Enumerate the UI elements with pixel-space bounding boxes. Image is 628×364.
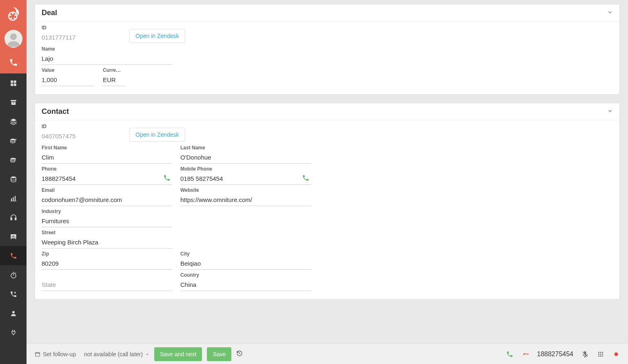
- nav-database[interactable]: [0, 169, 27, 189]
- svg-rect-13: [13, 102, 14, 103]
- svg-rect-8: [11, 80, 13, 83]
- dialpad-button[interactable]: [597, 351, 604, 358]
- city-input[interactable]: [180, 257, 311, 270]
- svg-point-36: [600, 355, 601, 357]
- nav-coins-in[interactable]: [0, 131, 27, 150]
- svg-point-1: [12, 13, 13, 14]
- history-icon: [236, 350, 243, 357]
- stopwatch-icon: [10, 271, 17, 279]
- bar-chart-icon: [10, 195, 17, 202]
- contact-open-zendesk-button[interactable]: Open in Zendesk: [129, 128, 185, 142]
- deal-currency-label: Curre…: [103, 67, 126, 73]
- footer-bar: Set follow-up not available (call later)…: [27, 344, 628, 364]
- svg-point-16: [11, 176, 16, 178]
- nav-user[interactable]: [0, 304, 27, 323]
- last-name-input[interactable]: [180, 151, 311, 164]
- last-name-label: Last Name: [180, 145, 311, 151]
- nav-stats[interactable]: [0, 189, 27, 208]
- status-dropdown[interactable]: not available (call later): [84, 351, 149, 357]
- deal-name-input[interactable]: [42, 53, 172, 65]
- call-number: 1888275454: [537, 351, 573, 358]
- answer-call-button[interactable]: [506, 351, 513, 358]
- nav-archive[interactable]: [0, 93, 27, 112]
- call-phone-button[interactable]: [163, 174, 171, 183]
- svg-point-2: [14, 14, 16, 16]
- svg-rect-9: [13, 80, 16, 83]
- nav-layers[interactable]: [0, 112, 27, 131]
- nav-headset[interactable]: [0, 208, 27, 227]
- first-name-input[interactable]: [42, 151, 172, 164]
- svg-rect-20: [11, 218, 12, 220]
- industry-input[interactable]: [42, 215, 172, 227]
- svg-point-3: [13, 17, 15, 19]
- nav-coins-out[interactable]: [0, 150, 27, 169]
- country-label: Country: [180, 272, 311, 278]
- first-name-label: First Name: [42, 145, 172, 151]
- mic-off-icon: [581, 351, 589, 358]
- phone-icon: [9, 58, 18, 67]
- call-controls: 1888275454: [506, 351, 620, 358]
- svg-point-37: [602, 355, 603, 357]
- contact-panel-title: Contact: [42, 107, 69, 116]
- mute-button[interactable]: [581, 351, 589, 358]
- street-label: Street: [42, 230, 172, 235]
- svg-rect-23: [12, 236, 13, 237]
- zip-input[interactable]: [42, 257, 172, 270]
- deal-panel-header[interactable]: Deal: [35, 4, 619, 22]
- deal-id-label: ID: [42, 25, 121, 31]
- contact-id-label: ID: [42, 124, 121, 129]
- user-avatar[interactable]: [4, 30, 22, 48]
- deal-currency-input[interactable]: [103, 74, 126, 86]
- svg-point-38: [615, 352, 618, 356]
- save-next-button[interactable]: Save and next: [154, 347, 202, 361]
- website-input[interactable]: [180, 194, 311, 206]
- save-button[interactable]: Save: [207, 347, 231, 361]
- archive-icon: [10, 99, 17, 106]
- email-input[interactable]: [42, 194, 172, 206]
- user-icon: [10, 310, 17, 317]
- app-logo[interactable]: [0, 0, 27, 27]
- call-mobile-button[interactable]: [302, 174, 309, 183]
- presentation-icon: [10, 233, 17, 240]
- history-button[interactable]: [236, 350, 243, 358]
- record-button[interactable]: [612, 351, 620, 358]
- caret-up-icon: [145, 352, 149, 356]
- mobile-input[interactable]: [180, 173, 311, 185]
- nav-call-plus[interactable]: [0, 284, 27, 304]
- svg-point-27: [12, 311, 15, 313]
- deal-name-label: Name: [42, 46, 172, 52]
- content-scroll[interactable]: Deal ID Open in Zendesk Name: [27, 0, 628, 344]
- calendar-icon: [35, 351, 40, 357]
- zip-label: Zip: [42, 251, 172, 257]
- country-input[interactable]: [180, 279, 311, 291]
- nav-call[interactable]: [0, 246, 27, 265]
- set-followup-button[interactable]: Set follow-up: [35, 351, 76, 357]
- contact-panel: Contact ID Open in Zendesk First Name: [35, 103, 620, 300]
- nav-presentation[interactable]: [0, 227, 27, 246]
- state-input[interactable]: [42, 279, 172, 291]
- hangup-call-button[interactable]: [521, 351, 529, 358]
- street-input[interactable]: [42, 236, 172, 249]
- svg-rect-24: [13, 235, 14, 237]
- svg-point-30: [600, 352, 601, 353]
- svg-rect-28: [36, 352, 40, 356]
- phone-hangup-icon: [521, 351, 529, 358]
- plug-icon: [10, 329, 17, 336]
- deal-value-input[interactable]: [42, 74, 95, 86]
- city-label: City: [180, 251, 311, 257]
- phone-input[interactable]: [42, 173, 172, 185]
- nav-dashboard[interactable]: [0, 73, 27, 93]
- sidebar-call-button[interactable]: [0, 51, 27, 73]
- nav-plugin[interactable]: [0, 323, 27, 342]
- phone-icon: [302, 174, 309, 182]
- contact-id-value: [42, 130, 121, 142]
- svg-rect-11: [13, 83, 16, 86]
- deal-panel-title: Deal: [42, 9, 57, 17]
- layers-icon: [10, 118, 17, 125]
- deal-open-zendesk-button[interactable]: Open in Zendesk: [129, 29, 185, 43]
- nav-timer[interactable]: [0, 265, 27, 284]
- deal-panel: Deal ID Open in Zendesk Name: [35, 4, 620, 95]
- svg-rect-17: [11, 198, 12, 201]
- contact-panel-header[interactable]: Contact: [35, 103, 619, 120]
- svg-point-7: [10, 33, 17, 40]
